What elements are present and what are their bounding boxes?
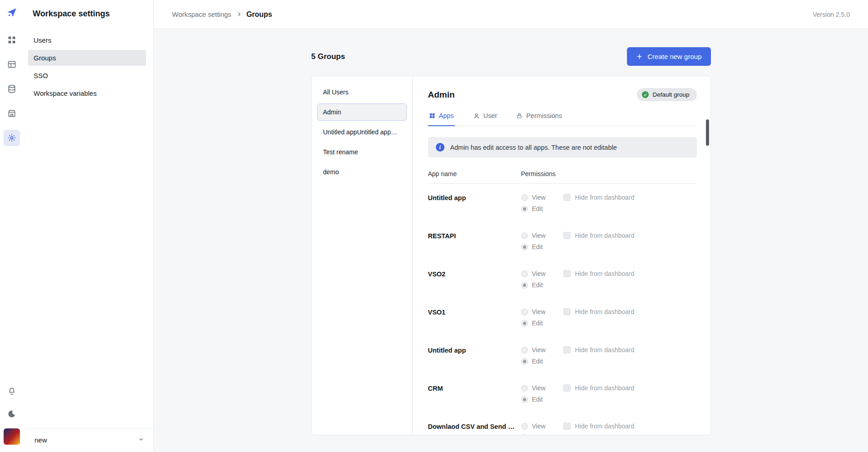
- group-title: Admin: [428, 90, 455, 100]
- sidebar-item-label: Groups: [34, 54, 56, 62]
- permissions-cell: View Hide from dashboard: [521, 270, 635, 289]
- edit-radio[interactable]: [521, 282, 528, 289]
- permissions-cell: View Hide from dashboard: [521, 194, 635, 212]
- default-group-badge: Default group: [637, 88, 696, 101]
- hide-from-dashboard-checkbox[interactable]: [563, 194, 571, 201]
- view-label: View: [532, 384, 546, 392]
- sidebar-item-label: Users: [34, 36, 51, 44]
- sidebar-item[interactable]: SSO: [28, 68, 146, 84]
- hide-from-dashboard-checkbox[interactable]: [563, 270, 571, 277]
- group-list-item[interactable]: All Users: [317, 84, 407, 101]
- hide-from-dashboard-checkbox[interactable]: [563, 423, 571, 430]
- group-detail: Admin Default group: [413, 76, 710, 435]
- dark-mode-moon-icon[interactable]: [4, 406, 20, 422]
- info-icon: i: [436, 143, 444, 152]
- group-list-item[interactable]: demo: [317, 163, 407, 181]
- sidebar-item[interactable]: Groups: [28, 50, 146, 66]
- content-area: 5 Groups Create new group All: [154, 29, 868, 452]
- app-logo-icon[interactable]: [5, 5, 19, 19]
- table-row: VSO2 View: [428, 260, 697, 298]
- column-permissions: Permissions: [521, 170, 556, 177]
- group-list-item-label: Admin: [323, 108, 341, 116]
- create-group-button[interactable]: Create new group: [627, 47, 710, 66]
- edit-radio[interactable]: [521, 206, 528, 212]
- apps-grid-icon[interactable]: [4, 32, 20, 48]
- breadcrumb-parent[interactable]: Workspace settings: [172, 10, 232, 18]
- view-radio[interactable]: [521, 232, 528, 239]
- chevron-down-icon: [138, 436, 144, 444]
- layout-table-icon[interactable]: [4, 56, 20, 73]
- workspace-name: new: [35, 436, 47, 444]
- view-and-hide-line: View Hide from dashboard: [521, 423, 635, 430]
- edit-radio[interactable]: [521, 320, 528, 327]
- permissions-cell: View Hide from dashboard: [521, 423, 635, 435]
- view-label: View: [532, 194, 546, 201]
- view-radio[interactable]: [521, 270, 528, 277]
- apps-table-body: Untitled app View: [428, 184, 697, 435]
- app-name: VSO1: [428, 308, 521, 316]
- notifications-bell-icon[interactable]: [4, 383, 20, 399]
- hide-from-dashboard-checkbox[interactable]: [563, 346, 571, 354]
- database-icon[interactable]: [4, 81, 20, 97]
- scrollbar-thumb[interactable]: [706, 119, 709, 146]
- edit-line: Edit: [521, 319, 635, 327]
- view-and-hide-line: View Hide from dashboard: [521, 308, 635, 315]
- tab-apps-label: Apps: [439, 112, 454, 119]
- view-radio[interactable]: [521, 423, 528, 430]
- table-row: Untitled app View: [428, 184, 697, 222]
- view-radio[interactable]: [521, 309, 528, 315]
- edit-radio[interactable]: [521, 396, 528, 403]
- hide-from-dashboard-checkbox[interactable]: [563, 232, 571, 239]
- sidebar-item[interactable]: Workspace variables: [28, 85, 146, 101]
- user-tab-icon: [473, 113, 480, 119]
- content-header: 5 Groups Create new group: [311, 47, 711, 66]
- workspace-switcher[interactable]: new: [24, 428, 153, 452]
- app-name: Downlaod CSV and Send attac...: [428, 423, 521, 430]
- app-root: Workspace settings Users Groups SSO: [0, 0, 868, 452]
- group-list-item[interactable]: Test rename: [317, 143, 407, 161]
- topbar: Workspace settings Groups Version 2.5.0: [154, 0, 868, 29]
- hide-from-dashboard-label: Hide from dashboard: [575, 384, 635, 392]
- edit-radio[interactable]: [521, 244, 528, 251]
- sidebar-item-label: SSO: [34, 72, 48, 79]
- sidebar-item-label: Workspace variables: [34, 89, 97, 97]
- hide-from-dashboard-label: Hide from dashboard: [575, 194, 635, 201]
- app-name: VSO2: [428, 270, 521, 278]
- sidebar-item[interactable]: Users: [28, 32, 146, 48]
- table-row: CRM View: [428, 374, 697, 413]
- app-name: Untitled app: [428, 194, 521, 201]
- edit-radio[interactable]: [521, 434, 528, 435]
- view-radio[interactable]: [521, 194, 528, 201]
- groups-count: 5 Groups: [311, 52, 345, 61]
- group-list: All Users Admin Untitled appUntitled app…: [312, 76, 413, 435]
- user-avatar[interactable]: [4, 428, 20, 445]
- settings-menu: Users Groups SSO Workspace variables: [28, 32, 146, 101]
- hide-from-dashboard-label: Hide from dashboard: [575, 346, 635, 354]
- edit-line: Edit: [521, 205, 635, 212]
- tab-permissions[interactable]: Permissions: [515, 108, 563, 126]
- left-column: Workspace settings Users Groups SSO: [0, 0, 154, 452]
- tab-user[interactable]: User: [472, 108, 498, 126]
- edit-radio[interactable]: [521, 358, 528, 365]
- group-list-item[interactable]: Admin: [317, 103, 407, 121]
- edit-label: Edit: [532, 243, 543, 251]
- settings-sidebar: Workspace settings Users Groups SSO: [24, 0, 153, 452]
- view-radio[interactable]: [521, 347, 528, 354]
- table-row: Downlaod CSV and Send attac... View: [428, 413, 697, 435]
- group-list-item[interactable]: Untitled appUntitled appUntitle…: [317, 123, 407, 141]
- marketplace-icon[interactable]: [4, 105, 20, 122]
- edit-label: Edit: [532, 396, 543, 403]
- edit-label: Edit: [532, 319, 543, 327]
- tab-apps[interactable]: Apps: [428, 108, 455, 126]
- edit-line: Edit: [521, 281, 635, 289]
- table-row: RESTAPI View: [428, 222, 697, 260]
- icon-rail: [0, 0, 24, 452]
- hide-from-dashboard-checkbox[interactable]: [563, 308, 571, 315]
- view-radio[interactable]: [521, 385, 528, 392]
- main-area: Workspace settings Groups Version 2.5.0 …: [154, 0, 868, 452]
- app-name: RESTAPI: [428, 232, 521, 240]
- view-label: View: [532, 346, 546, 354]
- hide-from-dashboard-label: Hide from dashboard: [575, 423, 635, 430]
- hide-from-dashboard-checkbox[interactable]: [563, 384, 571, 392]
- settings-gear-icon[interactable]: [4, 130, 20, 146]
